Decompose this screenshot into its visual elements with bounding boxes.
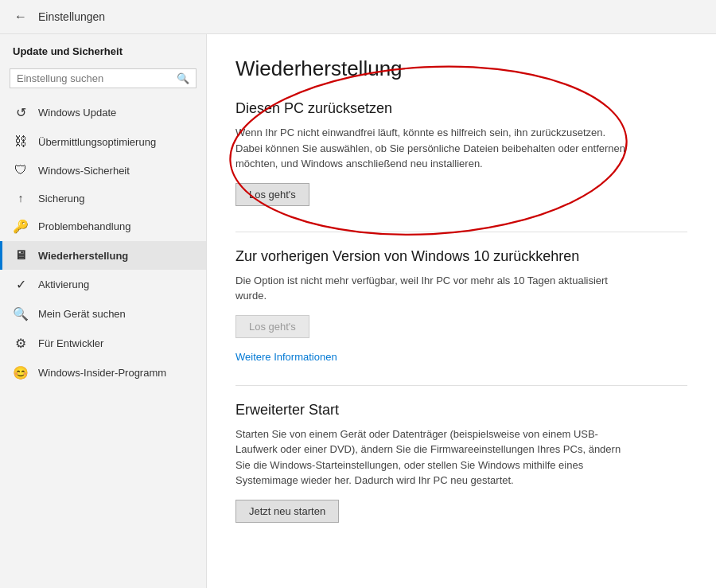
- section-advanced-start: Erweiterter Start Starten Sie von einem …: [235, 402, 687, 542]
- entwickler-icon: ⚙: [13, 336, 29, 351]
- sidebar-item-label: Aktivierung: [38, 278, 89, 290]
- sidebar-item-label: Problembehandlung: [38, 220, 130, 232]
- reset-pc-desc: Wenn Ihr PC nicht einwandfrei läuft, kön…: [235, 125, 633, 172]
- sidebar-item-uebermittlung[interactable]: ⛓ Übermittlungsoptimierung: [0, 127, 206, 156]
- sidebar-item-label: Sicherung: [38, 193, 85, 204]
- section-reset-pc: Diesen PC zurücksetzen Wenn Ihr PC nicht…: [235, 100, 687, 225]
- reset-pc-title: Diesen PC zurücksetzen: [235, 100, 687, 117]
- content-area: Wiederherstellung Diesen PC zurücksetzen…: [207, 34, 716, 588]
- sidebar-item-insider[interactable]: 😊 Windows-Insider-Programm: [0, 358, 206, 387]
- restart-now-button[interactable]: Jetzt neu starten: [235, 500, 339, 523]
- sidebar-item-sicherung[interactable]: ↑ Sicherung: [0, 185, 206, 212]
- problembehandlung-icon: 🔑: [13, 219, 29, 234]
- sidebar-item-label: Wiederherstellung: [38, 250, 128, 262]
- main-layout: Update und Sicherheit 🔍 ↺ Windows Update…: [0, 34, 716, 588]
- sidebar-section-title: Update und Sicherheit: [0, 34, 206, 64]
- content-wrapper: Wiederherstellung Diesen PC zurücksetzen…: [235, 56, 687, 542]
- section-previous-version: Zur vorherigen Version von Windows 10 zu…: [235, 248, 687, 379]
- sidebar-item-windows-sicherheit[interactable]: 🛡 Windows-Sicherheit: [0, 156, 206, 185]
- search-input[interactable]: [17, 72, 177, 84]
- search-icon: 🔍: [177, 72, 189, 84]
- advanced-start-title: Erweiterter Start: [235, 402, 687, 419]
- sidebar-item-label: Windows Update: [38, 107, 116, 119]
- sidebar-item-label: Windows-Insider-Programm: [38, 367, 166, 379]
- sidebar-item-problembehandlung[interactable]: 🔑 Problembehandlung: [0, 212, 206, 241]
- sidebar-item-label: Mein Gerät suchen: [38, 308, 126, 320]
- sicherung-icon: ↑: [13, 192, 29, 204]
- previous-version-desc: Die Option ist nicht mehr verfügbar, wei…: [235, 273, 633, 304]
- reset-pc-button[interactable]: Los geht's: [235, 183, 309, 206]
- previous-version-title: Zur vorherigen Version von Windows 10 zu…: [235, 248, 687, 265]
- aktivierung-icon: ✓: [13, 277, 29, 292]
- shield-icon: 🛡: [13, 163, 29, 177]
- divider-2: [235, 385, 687, 386]
- insider-icon: 😊: [13, 365, 29, 380]
- back-button[interactable]: ←: [10, 6, 32, 27]
- sidebar-item-wiederherstellung[interactable]: 🖥 Wiederherstellung: [0, 241, 206, 270]
- divider-1: [235, 232, 687, 232]
- sidebar-item-label: Übermittlungsoptimierung: [38, 136, 156, 148]
- windows-update-icon: ↺: [13, 105, 29, 120]
- sidebar-item-label: Für Entwickler: [38, 337, 103, 349]
- mein-geraet-icon: 🔍: [13, 306, 29, 321]
- sidebar-item-mein-geraet[interactable]: 🔍 Mein Gerät suchen: [0, 299, 206, 329]
- uebermittlung-icon: ⛓: [13, 134, 29, 149]
- sidebar-item-aktivierung[interactable]: ✓ Aktivierung: [0, 270, 206, 299]
- page-title: Wiederherstellung: [235, 56, 687, 81]
- search-box[interactable]: 🔍: [10, 68, 197, 88]
- header-title: Einstellungen: [38, 10, 105, 23]
- header-bar: ← Einstellungen: [0, 0, 716, 34]
- wiederherstellung-icon: 🖥: [13, 248, 29, 263]
- previous-version-button: Los geht's: [235, 315, 309, 338]
- advanced-start-desc: Starten Sie von einem Gerät oder Datentr…: [235, 426, 633, 489]
- sidebar-item-windows-update[interactable]: ↺ Windows Update: [0, 98, 206, 127]
- sidebar: Update und Sicherheit 🔍 ↺ Windows Update…: [0, 34, 207, 588]
- weitere-informationen-link[interactable]: Weitere Informationen: [235, 351, 337, 363]
- sidebar-item-label: Windows-Sicherheit: [38, 165, 130, 177]
- sidebar-item-entwickler[interactable]: ⚙ Für Entwickler: [0, 329, 206, 358]
